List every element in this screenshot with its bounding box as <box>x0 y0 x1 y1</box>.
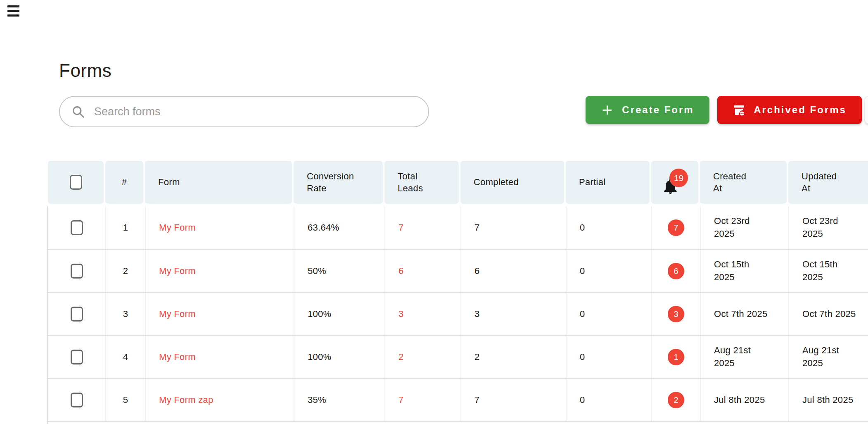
notification-count-badge[interactable]: 7 <box>668 219 684 236</box>
cell-created-at: Oct 23rd 2025 <box>714 215 750 241</box>
notifications-header[interactable]: 19 <box>651 161 698 204</box>
create-form-label: Create Form <box>622 104 694 116</box>
cell-partial: 0 <box>566 206 651 249</box>
create-form-button[interactable]: Create Form <box>586 96 709 124</box>
cell-created-at: Jul 8th 2025 <box>714 394 765 407</box>
column-header-updated-at: Updated At <box>802 170 837 194</box>
cell-completed: 2 <box>474 351 480 364</box>
select-all-checkbox[interactable] <box>70 175 82 190</box>
notification-count-badge[interactable]: 2 <box>668 392 684 408</box>
cell-conversion: 63.64% <box>294 206 384 249</box>
cell-total: 6 <box>384 250 460 292</box>
table-body: 1My Form63.64%7707Oct 23rd 2025Oct 23rd … <box>47 206 868 424</box>
cell-checkbox <box>48 250 105 292</box>
cell-completed: 7 <box>474 222 480 234</box>
form-link[interactable]: My Form <box>159 265 196 278</box>
cell-number: 2 <box>123 265 128 278</box>
notification-count-badge[interactable]: 6 <box>668 263 684 279</box>
cell-conversion-rate: 100% <box>308 308 331 321</box>
notification-count-badge[interactable]: 3 <box>668 306 684 322</box>
cell-created: Oct 23rd 2025 <box>700 206 788 249</box>
row-checkbox[interactable] <box>71 307 83 322</box>
cell-number: 5 <box>123 394 128 407</box>
cell-completed: 2 <box>460 336 566 378</box>
cell-updated: Aug 21st 2025 <box>788 336 868 378</box>
cell-number: 1 <box>123 222 128 234</box>
cell-completed: 7 <box>460 379 566 421</box>
cell-form: My Form <box>145 250 294 292</box>
form-link[interactable]: My Form <box>159 308 196 321</box>
cell-notifications: 3 <box>651 293 700 335</box>
cell-notifications: 1 <box>651 336 700 378</box>
page-title: Forms <box>59 60 111 81</box>
table-header-row: # Form Conversion Rate Total Leads Compl… <box>47 161 868 204</box>
cell-partial: 0 <box>580 394 585 407</box>
cell-form: My Form <box>145 336 294 378</box>
table-row: 4My Form100%2201Aug 21st 2025Aug 21st 20… <box>48 335 868 378</box>
search-box[interactable] <box>59 96 429 127</box>
forms-table: # Form Conversion Rate Total Leads Compl… <box>47 161 868 424</box>
total-leads-link[interactable]: 6 <box>398 265 404 278</box>
cell-updated: Jul 8th 2025 <box>788 379 868 421</box>
cell-number: 2 <box>105 250 145 292</box>
cell-form: My Form <box>145 293 294 335</box>
cell-completed: 3 <box>474 308 480 321</box>
column-header-created-at: Created At <box>713 170 746 194</box>
cell-conversion: 50% <box>294 250 384 292</box>
archive-settings-icon <box>733 104 745 117</box>
cell-conversion-rate: 63.64% <box>308 222 339 234</box>
cell-checkbox <box>48 336 105 378</box>
cell-completed: 3 <box>460 293 566 335</box>
cell-partial: 0 <box>566 250 651 292</box>
cell-notifications: 2 <box>651 379 700 421</box>
cell-number: 5 <box>105 379 145 421</box>
cell-partial: 0 <box>566 379 651 421</box>
row-checkbox[interactable] <box>71 350 83 364</box>
cell-completed: 6 <box>460 250 566 292</box>
form-link[interactable]: My Form <box>159 222 196 234</box>
cell-partial: 0 <box>580 222 585 234</box>
cell-checkbox <box>48 206 105 249</box>
cell-created: Oct 15th 2025 <box>700 250 788 292</box>
cell-updated-at: Oct 7th 2025 <box>802 308 856 321</box>
cell-number: 4 <box>105 336 145 378</box>
row-checkbox[interactable] <box>71 220 83 235</box>
table-row: 1My Form63.64%7707Oct 23rd 2025Oct 23rd … <box>48 206 868 249</box>
form-link[interactable]: My Form <box>159 351 196 364</box>
table-row: 2My Form50%6606Oct 15th 2025Oct 15th 202… <box>48 249 868 292</box>
next-row-cut-off <box>48 421 868 424</box>
total-leads-link[interactable]: 2 <box>398 351 404 364</box>
notifications-total-badge: 19 <box>669 169 688 187</box>
menu-button[interactable] <box>7 5 20 17</box>
cell-number: 1 <box>105 206 145 249</box>
cell-partial: 0 <box>566 336 651 378</box>
cell-completed: 6 <box>474 265 480 278</box>
cell-form: My Form zap <box>145 379 294 421</box>
cell-total: 7 <box>384 206 460 249</box>
total-leads-link[interactable]: 7 <box>398 222 404 234</box>
form-link[interactable]: My Form zap <box>159 394 213 407</box>
cell-updated-at: Jul 8th 2025 <box>802 394 853 407</box>
cell-completed: 7 <box>460 206 566 249</box>
total-leads-link[interactable]: 3 <box>398 308 404 321</box>
cell-conversion: 35% <box>294 379 384 421</box>
column-header-conversion-rate: Conversion Rate <box>307 170 354 194</box>
partial-hidden-button[interactable] <box>865 96 868 124</box>
cell-conversion-rate: 35% <box>308 394 326 407</box>
search-input[interactable] <box>94 105 417 118</box>
column-header-completed: Completed <box>474 176 519 188</box>
cell-updated: Oct 15th 2025 <box>788 250 868 292</box>
cell-created-at: Aug 21st 2025 <box>714 344 751 370</box>
archived-forms-button[interactable]: Archived Forms <box>717 96 862 124</box>
column-header-form: Form <box>158 176 180 188</box>
table-row: 5My Form zap35%7702Jul 8th 2025Jul 8th 2… <box>48 378 868 421</box>
total-leads-link[interactable]: 7 <box>398 394 404 407</box>
cell-form: My Form <box>145 206 294 249</box>
cell-partial: 0 <box>580 265 585 278</box>
notification-count-badge[interactable]: 1 <box>668 349 684 365</box>
cell-updated-at: Oct 23rd 2025 <box>802 215 838 241</box>
row-checkbox[interactable] <box>71 393 83 407</box>
row-checkbox[interactable] <box>71 264 83 279</box>
table-row: 3My Form100%3303Oct 7th 2025Oct 7th 2025 <box>48 292 868 335</box>
cell-conversion-rate: 100% <box>308 351 331 364</box>
